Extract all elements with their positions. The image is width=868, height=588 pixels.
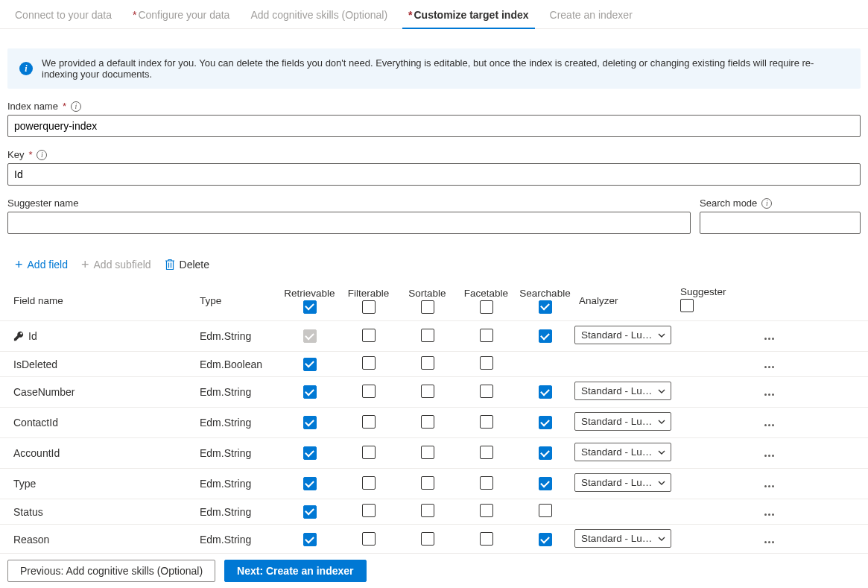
row-more-button[interactable] <box>764 338 774 340</box>
key-input[interactable] <box>7 163 861 186</box>
facetable-checkbox[interactable] <box>480 385 493 398</box>
searchable-checkbox[interactable] <box>539 329 552 343</box>
col-analyzer: Analyzer <box>574 289 680 312</box>
analyzer-select[interactable]: Standard - Luce... <box>574 529 671 548</box>
retrievable-checkbox[interactable] <box>303 416 317 429</box>
filterable-checkbox[interactable] <box>362 504 376 517</box>
analyzer-select[interactable]: Standard - Luce... <box>574 382 671 400</box>
filterable-checkbox[interactable] <box>362 385 376 398</box>
retrievable-checkbox[interactable] <box>303 505 317 519</box>
wizard-tab[interactable]: Add cognitive skills (Optional) <box>240 0 398 28</box>
footer-bar: Previous: Add cognitive skills (Optional… <box>0 553 868 588</box>
suggester-header-checkbox[interactable] <box>680 299 694 312</box>
search-mode-label: Search mode i <box>700 197 861 209</box>
tab-label: Connect to your data <box>15 9 112 21</box>
analyzer-select[interactable]: Standard - Luce... <box>574 443 671 461</box>
sortable-header-checkbox[interactable] <box>421 300 434 314</box>
retrievable-checkbox[interactable] <box>303 533 317 546</box>
next-button[interactable]: Next: Create an indexer <box>224 560 366 582</box>
sortable-checkbox[interactable] <box>421 446 434 459</box>
searchable-checkbox[interactable] <box>539 385 552 399</box>
facetable-checkbox[interactable] <box>480 532 493 546</box>
field-row[interactable]: TypeEdm.StringStandard - Luce... <box>0 469 868 499</box>
retrievable-header-checkbox[interactable] <box>303 300 317 314</box>
field-type: Edm.String <box>200 447 251 459</box>
facetable-checkbox[interactable] <box>480 504 493 517</box>
filterable-checkbox[interactable] <box>362 446 376 459</box>
field-row[interactable]: ContactIdEdm.StringStandard - Luce... <box>0 408 868 438</box>
search-mode-input[interactable] <box>700 212 861 234</box>
filterable-header-checkbox[interactable] <box>362 300 376 314</box>
field-name: Type <box>13 478 36 490</box>
row-more-button[interactable] <box>764 366 774 368</box>
facetable-checkbox[interactable] <box>480 356 493 370</box>
row-more-button[interactable] <box>764 513 774 516</box>
sortable-checkbox[interactable] <box>421 385 434 398</box>
filterable-checkbox[interactable] <box>362 329 376 342</box>
retrievable-checkbox[interactable] <box>303 385 317 399</box>
filterable-checkbox[interactable] <box>362 356 376 370</box>
wizard-tab[interactable]: *Configure your data <box>122 0 240 28</box>
filterable-checkbox[interactable] <box>362 476 376 490</box>
retrievable-checkbox[interactable] <box>303 358 317 371</box>
analyzer-select[interactable]: Standard - Luce... <box>574 326 671 344</box>
sortable-checkbox[interactable] <box>421 329 434 342</box>
field-type: Edm.String <box>200 386 251 398</box>
analyzer-select[interactable]: Standard - Luce... <box>574 412 671 431</box>
searchable-checkbox[interactable] <box>539 504 552 517</box>
info-icon[interactable]: i <box>37 150 47 160</box>
analyzer-select[interactable]: Standard - Luce... <box>574 473 671 492</box>
previous-button[interactable]: Previous: Add cognitive skills (Optional… <box>7 560 215 582</box>
add-field-button[interactable]: + Add field <box>15 258 68 271</box>
delete-button[interactable]: Delete <box>165 259 209 271</box>
filterable-checkbox[interactable] <box>362 415 376 429</box>
row-more-button[interactable] <box>764 455 774 457</box>
info-icon[interactable]: i <box>761 198 772 209</box>
field-type: Edm.String <box>200 478 251 490</box>
field-row[interactable]: CaseNumberEdm.StringStandard - Luce... <box>0 377 868 408</box>
searchable-header-checkbox[interactable] <box>539 300 552 314</box>
retrievable-checkbox[interactable] <box>303 446 317 460</box>
col-field-name: Field name <box>0 289 200 312</box>
facetable-checkbox[interactable] <box>480 476 493 490</box>
row-more-button[interactable] <box>764 393 774 396</box>
index-name-label: Index name* i <box>7 101 861 112</box>
searchable-checkbox[interactable] <box>539 477 552 490</box>
suggester-name-input[interactable] <box>7 212 691 234</box>
field-row[interactable]: ReasonEdm.StringStandard - Luce... <box>0 525 868 555</box>
wizard-tabs: Connect to your data*Configure your data… <box>0 0 868 29</box>
row-more-button[interactable] <box>764 485 774 487</box>
col-suggester: Suggester <box>680 280 734 320</box>
row-more-button[interactable] <box>764 424 774 426</box>
field-type: Edm.String <box>200 534 251 546</box>
facetable-checkbox[interactable] <box>480 446 493 459</box>
searchable-checkbox[interactable] <box>539 533 552 546</box>
field-name: AccountId <box>13 447 60 459</box>
filterable-checkbox[interactable] <box>362 532 376 546</box>
index-name-input[interactable] <box>7 115 861 137</box>
wizard-tab[interactable]: Connect to your data <box>4 0 122 28</box>
key-icon <box>13 331 24 341</box>
facetable-checkbox[interactable] <box>480 329 493 342</box>
field-row[interactable]: IsDeletedEdm.Boolean <box>0 352 868 377</box>
facetable-header-checkbox[interactable] <box>480 300 493 314</box>
field-row[interactable]: IdEdm.StringStandard - Luce... <box>0 321 868 352</box>
row-more-button[interactable] <box>764 541 774 543</box>
sortable-checkbox[interactable] <box>421 356 434 370</box>
sortable-checkbox[interactable] <box>421 504 434 517</box>
searchable-checkbox[interactable] <box>539 416 552 429</box>
field-row[interactable]: StatusEdm.String <box>0 499 868 525</box>
facetable-checkbox[interactable] <box>480 415 493 429</box>
sortable-checkbox[interactable] <box>421 532 434 546</box>
sortable-checkbox[interactable] <box>421 415 434 429</box>
sortable-checkbox[interactable] <box>421 476 434 490</box>
col-searchable: Searchable <box>516 283 574 318</box>
retrievable-checkbox[interactable] <box>303 477 317 490</box>
searchable-checkbox[interactable] <box>539 446 552 460</box>
col-retrievable: Retrievable <box>280 283 339 318</box>
field-type: Edm.String <box>200 506 251 518</box>
wizard-tab[interactable]: *Customize target index <box>398 0 539 28</box>
wizard-tab[interactable]: Create an indexer <box>539 0 643 28</box>
field-row[interactable]: AccountIdEdm.StringStandard - Luce... <box>0 438 868 469</box>
info-icon[interactable]: i <box>71 101 81 112</box>
